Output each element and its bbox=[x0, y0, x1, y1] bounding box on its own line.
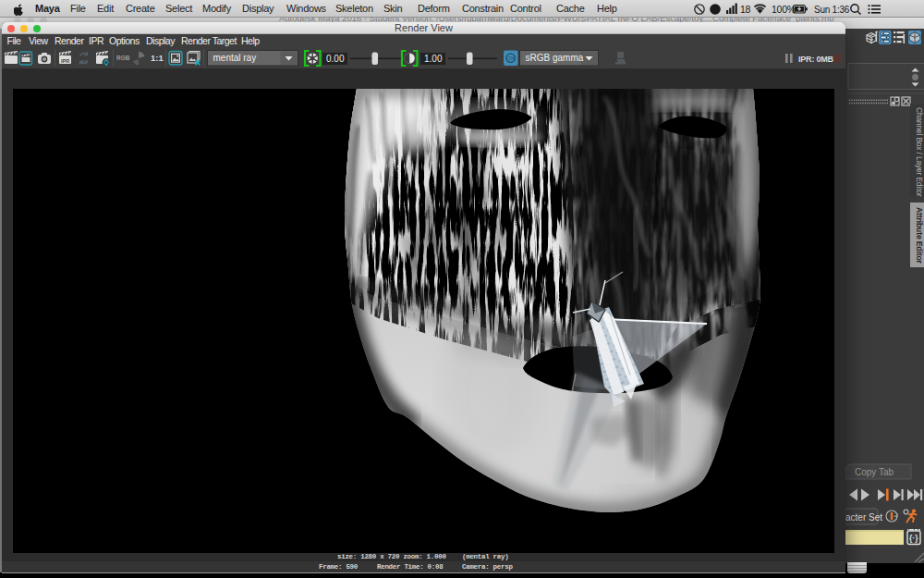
svg-text:100%: 100% bbox=[772, 4, 796, 15]
svg-text:Copy Tab: Copy Tab bbox=[855, 467, 894, 477]
svg-text:{·}: {·} bbox=[909, 534, 918, 543]
svg-text:1:1: 1:1 bbox=[151, 53, 164, 63]
svg-text:Channel Box / Layer Editor: Channel Box / Layer Editor bbox=[915, 107, 924, 197]
svg-text:IPR: IPR bbox=[80, 59, 89, 65]
svg-text:IPR: IPR bbox=[61, 58, 69, 64]
svg-text:RGB: RGB bbox=[116, 55, 130, 61]
svg-text:acter Set: acter Set bbox=[845, 512, 882, 523]
svg-text:0.00: 0.00 bbox=[326, 54, 345, 64]
svg-text:sRGB gamma: sRGB gamma bbox=[526, 53, 584, 63]
svg-text:Attribute Editor: Attribute Editor bbox=[915, 207, 924, 264]
svg-text:IPR: 0MB: IPR: 0MB bbox=[798, 55, 834, 64]
svg-text:1.00: 1.00 bbox=[424, 54, 443, 64]
svg-text:ON: ON bbox=[508, 56, 515, 61]
svg-text:mental ray: mental ray bbox=[213, 53, 257, 63]
svg-text:Sun 1:36: Sun 1:36 bbox=[814, 5, 850, 15]
svg-text:18: 18 bbox=[740, 4, 751, 15]
